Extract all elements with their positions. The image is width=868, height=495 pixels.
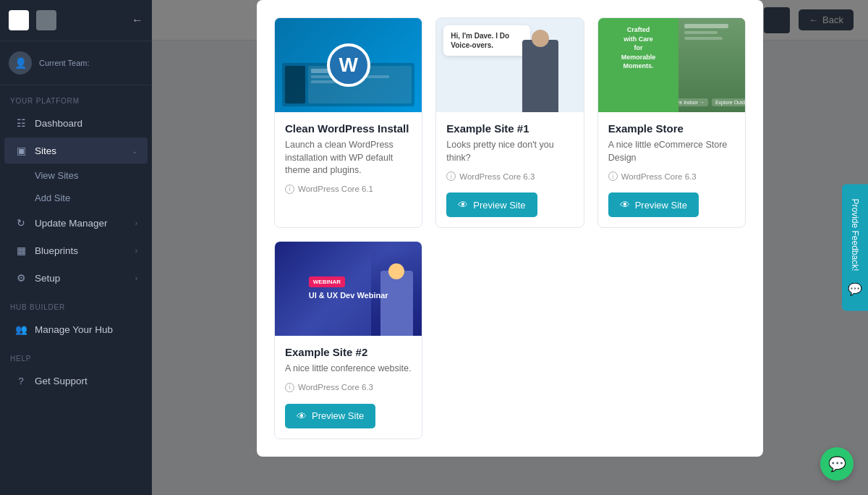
hub-builder-section-label: HUB BUILDER — [0, 292, 152, 316]
store-right-panel: Explore Indoor → Explore Outdoor → — [678, 18, 745, 112]
preview-button-example2-label: Preview Site — [312, 410, 364, 421]
wordpress-image: W — [275, 18, 422, 112]
explore-outdoor-btn: Explore Outdoor → — [712, 98, 745, 106]
store-nav-buttons: Explore Indoor → Explore Outdoor → — [678, 98, 745, 106]
sidebar-item-get-support[interactable]: ? Get Support — [4, 368, 148, 394]
preview-button-example2[interactable]: 👁 Preview Site — [285, 404, 375, 428]
info-icon: i — [285, 185, 294, 194]
grid-icon: ☷ — [14, 117, 27, 130]
site-card-wordpress: W — [274, 17, 422, 228]
site-card-version-example2: WordPress Core 6.3 — [298, 383, 373, 392]
site-card-title-example1: Example Site #1 — [446, 122, 573, 135]
site-card-example1: Hi, I'm Dave. I Do Voice-overs. Example … — [435, 17, 584, 228]
chat-bubble-button[interactable]: 💬 — [820, 447, 854, 481]
site-card-desc-store: A nice little eCommerce Store Design — [608, 139, 735, 164]
help-circle-icon: ? — [14, 374, 27, 387]
sidebar-item-dashboard-label: Dashboard — [35, 118, 82, 129]
sidebar-item-setup[interactable]: ⚙ Setup › — [4, 265, 148, 291]
speech-bubble: Hi, I'm Dave. I Do Voice-overs. — [443, 25, 530, 56]
platform-section-label: YOUR PLATFORM — [0, 85, 152, 109]
sidebar-item-blueprints-label: Blueprints — [35, 245, 78, 256]
site-card-body-store: Example Store A nice little eCommerce St… — [598, 112, 745, 227]
main-content: ler Plan 🔔 ← Back W — [152, 0, 868, 495]
modal-overlay: W — [152, 0, 868, 495]
sidebar-sub-item-view-sites[interactable]: View Sites — [4, 165, 148, 186]
sidebar-item-setup-label: Setup — [35, 273, 60, 284]
site-card-desc-example1: Looks pretty nice don't you think? — [446, 139, 573, 164]
help-section-label: HELP — [0, 343, 152, 367]
info-icon-3: i — [608, 172, 618, 181]
tool-icon: ⚙ — [14, 271, 27, 284]
preview-button-store-label: Preview Site — [635, 200, 687, 211]
wordpress-logo: W — [327, 43, 370, 87]
site-card-title-wordpress: Clean WordPress Install — [285, 122, 412, 135]
sidebar-sub-item-add-site[interactable]: Add Site — [4, 187, 148, 208]
chevron-right-icon-3: › — [135, 274, 137, 282]
site-card-body-wordpress: Clean WordPress Install Launch a clean W… — [275, 112, 422, 227]
site-card-body-example1: Example Site #1 Looks pretty nice don't … — [436, 112, 583, 227]
store-left-panel: Craftedwith CareforMemorableMoments. — [598, 18, 679, 112]
sidebar-back-button[interactable]: ← — [132, 14, 143, 27]
modal-container: W — [257, 0, 763, 457]
sidebar-item-update-manager[interactable]: ↻ Update Manager › — [4, 210, 148, 236]
site-card-title-store: Example Store — [608, 122, 735, 135]
sidebar-logo — [9, 10, 29, 30]
provide-feedback-tab[interactable]: Provide Feedback! 💬 — [842, 184, 868, 310]
example1-image: Hi, I'm Dave. I Do Voice-overs. — [436, 18, 583, 112]
site-card-example2: WEBINAR UI & UX Dev Webinar — [274, 241, 422, 439]
sidebar-item-sites[interactable]: ▣ Sites ⌄ — [4, 138, 148, 164]
modal-second-row: WEBINAR UI & UX Dev Webinar — [274, 241, 746, 439]
empty-col-3 — [597, 241, 746, 439]
site-card-meta-example2: i WordPress Core 6.3 — [285, 383, 412, 392]
webinar-promo-text: WEBINAR UI & UX Dev Webinar — [302, 268, 396, 309]
store-promo-text: Craftedwith CareforMemorableMoments. — [621, 25, 656, 71]
sidebar-team-section: 👤 Current Team: — [0, 41, 152, 85]
chat-icon: 💬 — [828, 455, 846, 473]
site-card-meta-store: i WordPress Core 6.3 — [608, 172, 735, 181]
eye-icon-2: 👁 — [620, 199, 630, 211]
refresh-icon: ↻ — [14, 216, 27, 229]
sidebar-header: ← — [0, 0, 152, 41]
layers-icon: ▦ — [14, 244, 27, 257]
preview-button-store[interactable]: 👁 Preview Site — [608, 192, 699, 217]
preview-button-example1[interactable]: 👁 Preview Site — [446, 192, 537, 217]
site-card-title-example2: Example Site #2 — [285, 346, 412, 358]
chevron-down-icon: ⌄ — [132, 147, 137, 155]
sidebar-item-dashboard[interactable]: ☷ Dashboard — [4, 110, 148, 136]
sidebar-item-update-manager-label: Update Manager — [35, 218, 108, 229]
team-label: Current Team: — [39, 59, 90, 67]
site-card-version-store: WordPress Core 6.3 — [621, 172, 697, 181]
info-icon-4: i — [285, 383, 294, 392]
site-cards-grid: W — [274, 17, 746, 228]
empty-col-2 — [435, 241, 584, 439]
explore-indoor-btn: Explore Indoor → — [678, 98, 708, 106]
view-sites-label: View Sites — [35, 170, 78, 181]
store-image: Craftedwith CareforMemorableMoments. — [598, 18, 745, 112]
info-icon-2: i — [446, 172, 456, 181]
webinar-image: WEBINAR UI & UX Dev Webinar — [275, 242, 422, 336]
webinar-title-text: UI & UX Dev Webinar — [309, 291, 388, 300]
add-site-label: Add Site — [35, 192, 70, 203]
site-card-desc-example2: A nice little conference website. — [285, 363, 412, 376]
feedback-chat-icon: 💬 — [848, 283, 862, 297]
eye-icon-3: 👁 — [297, 410, 307, 422]
site-card-meta-example1: i WordPress Core 6.3 — [446, 172, 573, 181]
sidebar-item-get-support-label: Get Support — [35, 376, 88, 386]
sidebar: ← 👤 Current Team: YOUR PLATFORM ☷ Dashbo… — [0, 0, 152, 495]
sidebar-item-sites-label: Sites — [35, 145, 56, 156]
users-icon: 👥 — [14, 323, 27, 336]
modal-content: W — [257, 0, 763, 457]
sidebar-item-manage-hub[interactable]: 👥 Manage Your Hub — [4, 316, 148, 342]
chevron-right-icon-2: › — [135, 247, 137, 255]
site-card-meta-wordpress: i WordPress Core 6.1 — [285, 185, 412, 194]
eye-icon: 👁 — [458, 199, 468, 211]
site-card-version-example1: WordPress Core 6.3 — [459, 172, 535, 181]
webinar-badge: WEBINAR — [309, 276, 345, 287]
preview-button-example1-label: Preview Site — [473, 200, 525, 211]
sidebar-logo-small — [36, 10, 56, 30]
site-card-version-wordpress: WordPress Core 6.1 — [298, 185, 373, 193]
sidebar-item-manage-hub-label: Manage Your Hub — [35, 324, 113, 335]
sidebar-item-blueprints[interactable]: ▦ Blueprints › — [4, 237, 148, 263]
site-card-body-example2: Example Site #2 A nice little conference… — [275, 336, 422, 439]
team-avatar: 👤 — [9, 51, 32, 75]
